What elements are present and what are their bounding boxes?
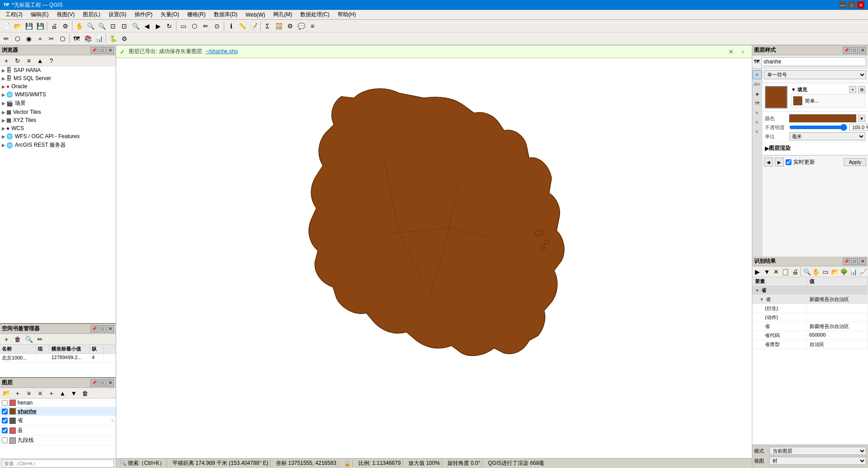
pan-btn[interactable]: ✋ xyxy=(74,21,85,32)
browser-float-btn[interactable]: □ xyxy=(99,47,106,54)
atlas-btn[interactable]: 📚 xyxy=(82,33,93,44)
select-freehand-btn[interactable]: ✏ xyxy=(200,21,211,32)
realtime-update-check[interactable]: 实时更新 xyxy=(786,158,842,166)
stat-btn[interactable]: Σ xyxy=(262,21,273,32)
layer-county-check[interactable] xyxy=(2,428,8,433)
menu-item-l[interactable]: 图层(L) xyxy=(79,10,104,19)
mode-select[interactable]: 当前图层 xyxy=(769,447,866,455)
identify-float-btn[interactable]: □ xyxy=(851,258,858,265)
bookmarks-pin-btn[interactable]: 📌 xyxy=(90,325,98,333)
style-history-fwd-btn[interactable]: ▶ xyxy=(775,158,784,166)
zoom-out-btn[interactable]: 🔍 xyxy=(96,21,107,32)
browser-item-ms-sql[interactable]: ▶ 🗄 MS SQL Server xyxy=(0,74,116,82)
realtime-update-input[interactable] xyxy=(786,159,791,165)
color-menu-btn[interactable]: ▼ xyxy=(858,115,865,122)
layer-nine-dash-check[interactable] xyxy=(2,437,8,443)
layers-add-btn[interactable]: + xyxy=(12,388,23,399)
style-icon-3d[interactable]: 🗺 xyxy=(753,99,762,108)
browser-item-wms[interactable]: ▶ 🌐 WMS/WMTS xyxy=(0,90,116,99)
digitize-btn[interactable]: ✏ xyxy=(1,33,12,44)
style-icon-metadata[interactable]: ≡ xyxy=(753,127,762,136)
browser-item-oracle[interactable]: ▶ ● Oracle xyxy=(0,82,116,90)
browser-item-wfs[interactable]: ▶ 🌐 WFS / OGC API - Features xyxy=(0,132,116,140)
browser-collapse-btn[interactable]: ▲ xyxy=(35,55,45,66)
style-icon-layer-rendering[interactable]: ≡ xyxy=(753,108,762,117)
python-btn[interactable]: 🐍 xyxy=(108,33,118,44)
settings-btn[interactable]: ⚙ xyxy=(60,21,71,32)
processing-btn[interactable]: ⚙ xyxy=(119,33,130,44)
bm-del-btn[interactable]: 🗑 xyxy=(12,334,23,345)
browser-close-btn[interactable]: ✕ xyxy=(107,47,114,54)
menu-item-webw[interactable]: Web(W) xyxy=(242,11,269,19)
layers-search-input[interactable] xyxy=(2,459,114,468)
bm-add-btn[interactable]: + xyxy=(1,334,12,345)
bookmark-row-0[interactable]: 北京1000... 12789499.2... 4 xyxy=(0,354,116,363)
identify-close-btn[interactable]: ✕ xyxy=(859,258,866,265)
id-open-btn[interactable]: 📂 xyxy=(830,266,839,277)
style-icon-diagrams[interactable]: ◆ xyxy=(753,89,762,98)
menu-item-m[interactable]: 网孔(M) xyxy=(270,10,296,19)
layout-btn[interactable]: 🗺 xyxy=(71,33,82,44)
layer-shanhe-check[interactable] xyxy=(2,409,8,414)
id-print-btn[interactable]: 🖨 xyxy=(791,266,800,277)
browser-item-scene[interactable]: ▶ 🎬 场景 xyxy=(0,99,116,108)
plugin1-btn[interactable]: ⚙ xyxy=(285,21,295,32)
id-tree-btn[interactable]: 🌳 xyxy=(840,266,849,277)
new-project-btn[interactable]: 📄 xyxy=(1,21,12,32)
menu-item-v[interactable]: 视图(V) xyxy=(53,10,78,19)
merge-btn[interactable]: ⬡ xyxy=(57,33,68,44)
layer-name-display[interactable]: shanhe xyxy=(761,57,866,66)
style-float-btn[interactable]: □ xyxy=(851,47,858,54)
map-area[interactable] xyxy=(116,58,752,458)
browser-item-vector-tiles[interactable]: ▶ ▦ Vector Tiles xyxy=(0,108,116,116)
refresh-btn[interactable]: ↻ xyxy=(164,21,175,32)
browser-item-sap-hana[interactable]: ▶ 🗄 SAP HANA xyxy=(0,66,116,74)
view-select[interactable]: 村 xyxy=(769,457,866,465)
zoom-full-btn[interactable]: ⊡ xyxy=(108,21,118,32)
fill-add-btn[interactable]: + xyxy=(849,86,856,93)
browser-pin-btn[interactable]: 📌 xyxy=(90,47,98,54)
menu-item-c[interactable]: 数据处理(C) xyxy=(297,10,333,19)
layers-filter2-btn[interactable]: ≡ xyxy=(35,388,45,399)
zoom-in-btn[interactable]: 🔍 xyxy=(85,21,96,32)
style-icon-renderer[interactable]: A xyxy=(753,70,762,79)
layer-henan-check[interactable] xyxy=(2,400,8,406)
bookmarks-close-btn[interactable]: ✕ xyxy=(107,325,114,333)
id-zoom-btn[interactable]: 🔍 xyxy=(802,266,811,277)
identify-pin-btn[interactable]: 📌 xyxy=(843,258,850,265)
layer-nine-dash[interactable]: 九段线 xyxy=(0,436,116,446)
fill-settings-btn[interactable]: ⚙ xyxy=(858,86,865,93)
layers-float-btn[interactable]: □ xyxy=(99,379,106,387)
vertex-btn[interactable]: ◉ xyxy=(23,33,34,44)
layer-henan[interactable]: henan xyxy=(0,399,116,407)
id-copy-btn[interactable]: 📋 xyxy=(781,266,790,277)
menu-item-r[interactable]: 栅格(R) xyxy=(184,10,209,19)
layers-pin-btn[interactable]: 📌 xyxy=(90,379,98,387)
node-btn[interactable]: ⬡ xyxy=(12,33,23,44)
notification-expand-btn[interactable]: ↕ xyxy=(737,46,748,57)
layers-del-btn[interactable]: 🗑 xyxy=(80,388,90,399)
apply-button[interactable]: Apply xyxy=(844,158,866,166)
save-as-btn[interactable]: 💾 xyxy=(35,21,45,32)
plugin2-btn[interactable]: 💬 xyxy=(296,21,307,32)
layers-open-btn[interactable]: 📂 xyxy=(1,388,12,399)
bm-edit-btn[interactable]: ✏ xyxy=(35,334,45,345)
layers-move-up-btn[interactable]: ▲ xyxy=(57,388,68,399)
print-btn[interactable]: 🖨 xyxy=(49,21,59,32)
menu-item-p[interactable]: 插件(P) xyxy=(131,10,156,19)
report-btn[interactable]: 📊 xyxy=(94,33,104,44)
bm-zoom-btn[interactable]: 🔍 xyxy=(23,334,34,345)
id-table-btn[interactable]: 📊 xyxy=(849,266,858,277)
identify-btn[interactable]: ℹ xyxy=(226,21,236,32)
save-btn[interactable]: 💾 xyxy=(23,21,34,32)
menu-item-e[interactable]: 编辑(E) xyxy=(27,10,52,19)
maximize-button[interactable]: □ xyxy=(848,1,855,9)
select-poly-btn[interactable]: ⬡ xyxy=(189,21,200,32)
browser-item-arcgis[interactable]: ▶ 🌐 ArcGIS REST 服务器 xyxy=(0,140,116,150)
menu-item-j[interactable]: 工程(J) xyxy=(2,10,26,19)
id-select-btn[interactable]: ▭ xyxy=(821,266,830,277)
unit-select[interactable]: 毫米 xyxy=(789,132,865,140)
style-icon-temporal[interactable]: ≡ xyxy=(753,117,762,126)
style-history-back-btn[interactable]: ◀ xyxy=(764,158,773,166)
style-pin-btn[interactable]: 📌 xyxy=(843,47,850,54)
